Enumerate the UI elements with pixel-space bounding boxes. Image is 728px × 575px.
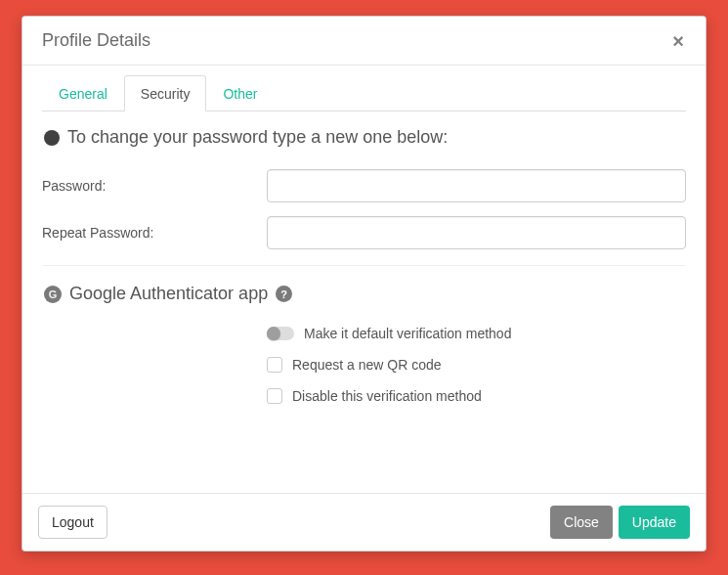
repeat-password-row: Repeat Password: — [42, 216, 686, 249]
authenticator-options: Make it default verification method Requ… — [267, 326, 686, 404]
modal-body: General Security Other To change your pa… — [22, 66, 706, 493]
profile-details-modal: Profile Details × General Security Other… — [21, 16, 707, 552]
default-toggle[interactable] — [267, 327, 294, 340]
option-disable: Disable this verification method — [267, 388, 686, 404]
tab-other[interactable]: Other — [206, 75, 274, 111]
password-label: Password: — [42, 178, 267, 194]
bullet-icon — [44, 130, 60, 146]
password-input[interactable] — [267, 169, 686, 202]
update-button[interactable]: Update — [619, 506, 690, 539]
google-auth-icon: G — [44, 286, 62, 303]
new-qr-checkbox[interactable] — [267, 357, 282, 373]
modal-header: Profile Details × — [22, 17, 706, 66]
modal-title: Profile Details — [42, 30, 150, 51]
authenticator-heading: G Google Authenticator app ? — [44, 284, 686, 304]
disable-label: Disable this verification method — [292, 388, 482, 404]
modal-footer: Logout Close Update — [22, 493, 706, 551]
password-section-heading: To change your password type a new one b… — [44, 127, 686, 148]
tab-bar: General Security Other — [42, 75, 686, 111]
tab-general[interactable]: General — [42, 75, 124, 111]
repeat-password-input[interactable] — [267, 216, 686, 249]
help-icon[interactable]: ? — [276, 286, 292, 302]
authenticator-heading-text: Google Authenticator app — [69, 284, 268, 304]
option-new-qr: Request a new QR code — [267, 357, 686, 373]
close-icon[interactable]: × — [668, 31, 688, 51]
disable-checkbox[interactable] — [267, 388, 282, 404]
logout-button[interactable]: Logout — [38, 506, 107, 539]
option-default-verification: Make it default verification method — [267, 326, 686, 341]
new-qr-label: Request a new QR code — [292, 357, 442, 373]
repeat-password-label: Repeat Password: — [42, 225, 267, 241]
section-divider — [42, 265, 686, 266]
password-row: Password: — [42, 169, 686, 202]
password-heading-text: To change your password type a new one b… — [67, 127, 448, 148]
default-toggle-label: Make it default verification method — [304, 326, 511, 341]
tab-security[interactable]: Security — [124, 75, 207, 111]
close-button[interactable]: Close — [550, 506, 613, 539]
